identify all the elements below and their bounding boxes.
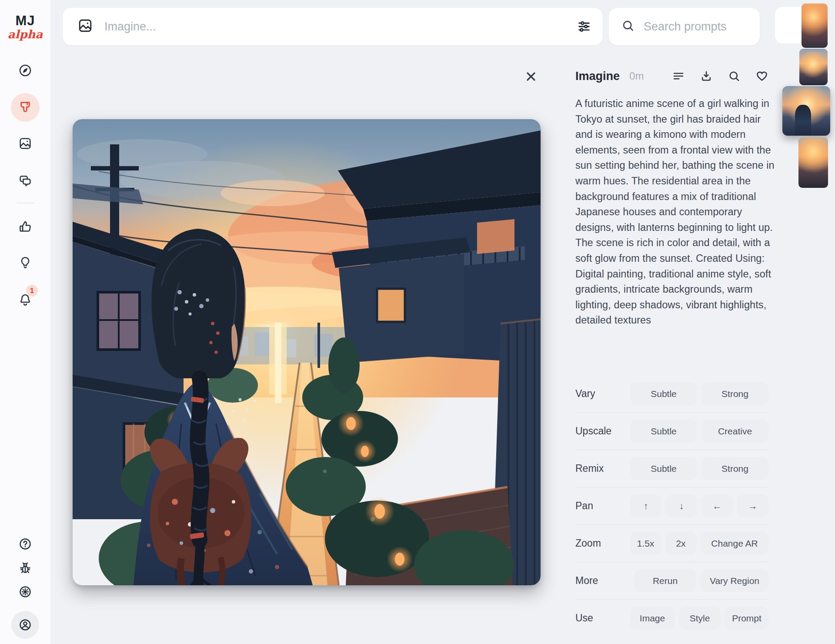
close-x-icon xyxy=(524,70,538,83)
job-header: Imagine 0m xyxy=(575,66,768,86)
remix-subtle-button[interactable]: Subtle xyxy=(630,457,697,480)
logo-mj-text: MJ xyxy=(0,14,50,27)
imagine-input[interactable] xyxy=(104,20,577,34)
sidebar-item-account[interactable] xyxy=(18,617,33,632)
more-row: MoreRerunVary Region xyxy=(575,562,768,599)
midjourney-app: MJ alpha 1 xyxy=(0,0,835,644)
action-row-label: Upscale xyxy=(575,425,611,437)
remix-row: RemixSubtleStrong xyxy=(575,450,768,487)
more-vary-region-button[interactable]: Vary Region xyxy=(701,569,768,592)
use-prompt-button[interactable]: Prompt xyxy=(725,607,768,630)
lightbox-close-button[interactable] xyxy=(521,67,541,87)
use-row: UseImageStylePrompt xyxy=(575,599,768,637)
help-icon xyxy=(18,537,32,551)
heart-icon[interactable] xyxy=(755,70,768,83)
action-row-label: More xyxy=(575,575,598,587)
search-prompts-input[interactable] xyxy=(643,20,798,34)
vary-strong-button[interactable]: Strong xyxy=(701,382,768,405)
action-row-label: Pan xyxy=(575,500,593,512)
sidebar-divider xyxy=(17,203,34,204)
lightbulb-icon xyxy=(18,256,32,270)
app-logo[interactable]: MJ alpha xyxy=(0,14,50,41)
chat-icon xyxy=(18,174,32,188)
sidebar-item-appearance[interactable] xyxy=(18,584,33,599)
notification-badge: 1 xyxy=(26,285,38,297)
sidebar-item-explore[interactable] xyxy=(18,63,33,78)
imagine-prompt-bar xyxy=(63,8,603,45)
zoom-change-ar-button[interactable]: Change AR xyxy=(701,532,768,555)
thumbnail-3-selected[interactable] xyxy=(782,86,830,136)
search-job-icon[interactable] xyxy=(728,70,741,83)
bug-report-icon xyxy=(18,561,32,575)
vary-subtle-button[interactable]: Subtle xyxy=(630,382,697,405)
sort-lines-icon[interactable] xyxy=(672,70,685,83)
sidebar-item-archive[interactable] xyxy=(18,136,33,151)
compass-explore-icon xyxy=(18,63,32,77)
zoom-2x-button[interactable]: 2x xyxy=(665,532,696,555)
use-image-button[interactable]: Image xyxy=(630,607,675,630)
thumbnail-2[interactable] xyxy=(799,49,828,85)
action-row-label: Zoom xyxy=(575,537,601,549)
thumbnail-4[interactable] xyxy=(798,137,828,188)
pan--button[interactable]: ↑ xyxy=(630,494,661,517)
sidebar-item-chat[interactable] xyxy=(18,174,33,188)
zoom-row: Zoom1.5x2xChange AR xyxy=(575,524,768,562)
pan-row: Pan↑↓←→ xyxy=(575,487,768,524)
upscale-row: UpscaleSubtleCreative xyxy=(575,412,768,450)
thumbs-up-icon xyxy=(18,220,32,234)
pan--button[interactable]: → xyxy=(737,494,768,517)
image-archive-icon xyxy=(18,137,32,150)
sidebar-item-ideas[interactable] xyxy=(18,255,33,270)
pan--button[interactable]: ↓ xyxy=(666,494,697,517)
upscale-subtle-button[interactable]: Subtle xyxy=(630,420,697,443)
job-title: Imagine xyxy=(575,70,620,83)
image-attach-icon[interactable] xyxy=(77,18,93,35)
appearance-sun-icon xyxy=(18,585,32,599)
sidebar-item-bug-report[interactable] xyxy=(18,561,33,575)
user-avatar-icon xyxy=(18,618,32,632)
action-row-label: Remix xyxy=(575,463,604,474)
sidebar: MJ alpha 1 xyxy=(0,0,50,644)
remix-strong-button[interactable]: Strong xyxy=(701,457,768,480)
job-age: 0m xyxy=(629,70,644,82)
more-rerun-button[interactable]: Rerun xyxy=(634,569,696,592)
filter-sliders-icon[interactable] xyxy=(577,19,591,34)
search-icon xyxy=(621,19,635,34)
thumbnail-1[interactable] xyxy=(802,3,828,48)
prompt-text: A futuristic anime scene of a girl walki… xyxy=(575,96,775,328)
download-icon[interactable] xyxy=(700,70,713,83)
action-row-label: Vary xyxy=(575,388,595,400)
sidebar-item-help[interactable] xyxy=(18,537,33,551)
logo-alpha-text: alpha xyxy=(0,28,50,41)
search-prompts-bar xyxy=(609,8,760,45)
use-style-button[interactable]: Style xyxy=(679,607,721,630)
sidebar-item-create[interactable] xyxy=(11,93,40,122)
generated-image[interactable] xyxy=(73,119,541,585)
action-row-label: Use xyxy=(575,612,593,624)
paintbrush-create-icon xyxy=(18,100,32,114)
sunset-street-artwork xyxy=(73,119,541,585)
zoom-1.5x-button[interactable]: 1.5x xyxy=(630,532,661,555)
upscale-creative-button[interactable]: Creative xyxy=(701,420,768,443)
vary-row: VarySubtleStrong xyxy=(575,375,768,412)
sidebar-item-likes[interactable] xyxy=(18,219,33,234)
action-rows: VarySubtleStrongUpscaleSubtleCreativeRem… xyxy=(575,375,768,637)
pan--button[interactable]: ← xyxy=(701,494,733,517)
